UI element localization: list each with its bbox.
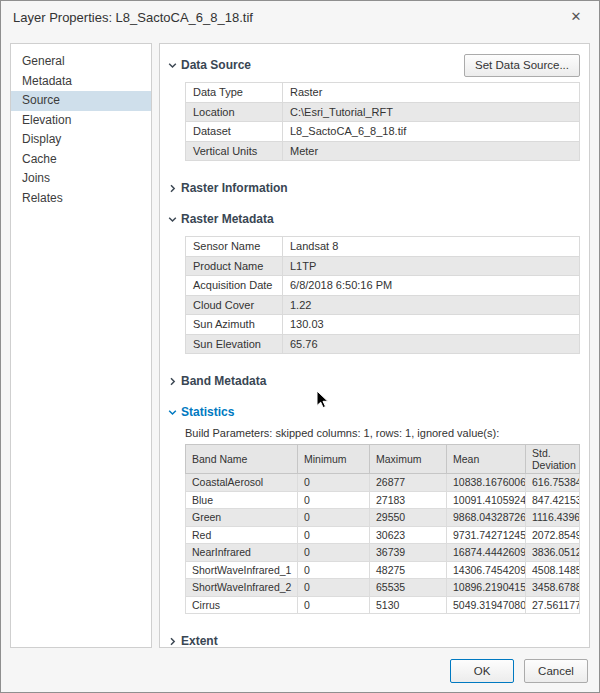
sidebar-item-metadata[interactable]: Metadata	[11, 72, 151, 92]
cell-minimum: 0	[298, 509, 370, 527]
sidebar-item-display[interactable]: Display	[11, 130, 151, 150]
property-value: Landsat 8	[283, 237, 580, 257]
title-bar: Layer Properties: L8_SactoCA_6_8_18.tif …	[1, 1, 599, 35]
table-row: Dataset L8_SactoCA_6_8_18.tif	[186, 122, 580, 142]
column-header: Mean	[447, 445, 526, 474]
section-header-raster-information[interactable]: Raster Information	[167, 178, 582, 198]
cell-band-name: Blue	[186, 491, 298, 509]
cell-band-name: Red	[186, 526, 298, 544]
table-row: NearInfrared 0 36739 16874.4442609 3836.…	[186, 544, 580, 562]
cell-mean: 10838.1676006	[447, 474, 526, 492]
property-value: 65.76	[283, 334, 580, 354]
ok-button[interactable]: OK	[450, 659, 514, 683]
table-row: Acquisition Date 6/8/2018 6:50:16 PM	[186, 276, 580, 296]
cell-std-deviation: 1116.43967288	[526, 509, 580, 527]
section-title: Statistics	[181, 405, 234, 419]
sidebar-item-elevation[interactable]: Elevation	[11, 111, 151, 131]
table-row: CoastalAerosol 0 26877 10838.1676006 616…	[186, 474, 580, 492]
section-title: Data Source	[181, 58, 251, 72]
property-value: C:\Esri_Tutorial_RFT	[283, 102, 580, 122]
table-row: Vertical Units Meter	[186, 141, 580, 161]
property-label: Location	[186, 102, 283, 122]
table-row: Green 0 29550 9868.04328726 1116.4396728…	[186, 509, 580, 527]
statistics-table: Band Name Minimum Maximum Mean Std. Devi…	[185, 444, 580, 614]
property-label: Data Type	[186, 83, 283, 103]
chevron-right-icon	[167, 183, 181, 194]
property-label: Sun Elevation	[186, 334, 283, 354]
chevron-down-icon	[167, 214, 181, 225]
section-header-extent[interactable]: Extent	[167, 631, 582, 648]
sidebar-item-joins[interactable]: Joins	[11, 169, 151, 189]
main-panel: Data Source Set Data Source... Data Type…	[159, 43, 590, 648]
sidebar-item-cache[interactable]: Cache	[11, 150, 151, 170]
close-icon[interactable]: ✕	[567, 9, 585, 24]
property-label: Cloud Cover	[186, 295, 283, 315]
property-label: Sensor Name	[186, 237, 283, 257]
section-title: Band Metadata	[181, 374, 266, 388]
sidebar-item-general[interactable]: General	[11, 52, 151, 72]
table-row: Cirrus 0 5130 5049.31947080 27.561177960…	[186, 596, 580, 614]
section-header-raster-metadata[interactable]: Raster Metadata	[167, 209, 582, 229]
cell-mean: 16874.4442609	[447, 544, 526, 562]
cell-maximum: 5130	[370, 596, 447, 614]
cell-mean: 14306.7454209	[447, 561, 526, 579]
cell-band-name: Cirrus	[186, 596, 298, 614]
table-row: Cloud Cover 1.22	[186, 295, 580, 315]
table-row: Blue 0 27183 10091.4105924 847.421537067	[186, 491, 580, 509]
property-value: L1TP	[283, 256, 580, 276]
section-title: Extent	[181, 634, 218, 648]
build-parameters-text: Build Parameters: skipped columns: 1, ro…	[185, 427, 582, 439]
cell-band-name: ShortWaveInfrared_2	[186, 579, 298, 597]
cell-mean: 9868.04328726	[447, 509, 526, 527]
cell-minimum: 0	[298, 526, 370, 544]
column-header: Std. Deviation	[526, 445, 580, 474]
sidebar-item-relates[interactable]: Relates	[11, 189, 151, 209]
raster-metadata-table: Sensor Name Landsat 8 Product Name L1TP …	[185, 236, 580, 354]
data-source-table: Data Type Raster Location C:\Esri_Tutori…	[185, 82, 580, 161]
cell-maximum: 30623	[370, 526, 447, 544]
table-row: Sun Elevation 65.76	[186, 334, 580, 354]
cell-std-deviation: 3836.05126020	[526, 544, 580, 562]
cell-maximum: 29550	[370, 509, 447, 527]
property-label: Acquisition Date	[186, 276, 283, 296]
table-row: Sun Azimuth 130.03	[186, 315, 580, 335]
sidebar: General Metadata Source Elevation Displa…	[10, 43, 152, 648]
cell-maximum: 27183	[370, 491, 447, 509]
table-row: Red 0 30623 9731.74271245 2072.85493634	[186, 526, 580, 544]
section-header-band-metadata[interactable]: Band Metadata	[167, 371, 582, 391]
cell-minimum: 0	[298, 579, 370, 597]
cell-mean: 5049.31947080	[447, 596, 526, 614]
property-label: Dataset	[186, 122, 283, 142]
table-row: Sensor Name Landsat 8	[186, 237, 580, 257]
column-header: Maximum	[370, 445, 447, 474]
dialog-footer: OK Cancel	[450, 659, 588, 683]
section-title: Raster Information	[181, 181, 288, 195]
set-data-source-button[interactable]: Set Data Source...	[464, 54, 580, 77]
cell-maximum: 26877	[370, 474, 447, 492]
table-header-row: Band Name Minimum Maximum Mean Std. Devi…	[186, 445, 580, 474]
property-label: Vertical Units	[186, 141, 283, 161]
cell-std-deviation: 27.5611779609	[526, 596, 580, 614]
cell-minimum: 0	[298, 561, 370, 579]
cell-minimum: 0	[298, 544, 370, 562]
column-header: Minimum	[298, 445, 370, 474]
property-value: 1.22	[283, 295, 580, 315]
property-value: 130.03	[283, 315, 580, 335]
chevron-right-icon	[167, 636, 181, 647]
chevron-down-icon	[167, 407, 181, 418]
property-value: Raster	[283, 83, 580, 103]
cancel-button[interactable]: Cancel	[524, 659, 588, 683]
section-header-statistics[interactable]: Statistics	[167, 402, 582, 422]
property-value: 6/8/2018 6:50:16 PM	[283, 276, 580, 296]
section-header-data-source[interactable]: Data Source Set Data Source...	[167, 55, 582, 75]
table-row: Location C:\Esri_Tutorial_RFT	[186, 102, 580, 122]
cell-maximum: 36739	[370, 544, 447, 562]
cell-mean: 9731.74271245	[447, 526, 526, 544]
table-row: Data Type Raster	[186, 83, 580, 103]
sidebar-item-source[interactable]: Source	[11, 91, 151, 111]
chevron-right-icon	[167, 376, 181, 387]
cell-maximum: 65535	[370, 579, 447, 597]
cell-band-name: ShortWaveInfrared_1	[186, 561, 298, 579]
cell-std-deviation: 616.753843459	[526, 474, 580, 492]
cell-minimum: 0	[298, 491, 370, 509]
